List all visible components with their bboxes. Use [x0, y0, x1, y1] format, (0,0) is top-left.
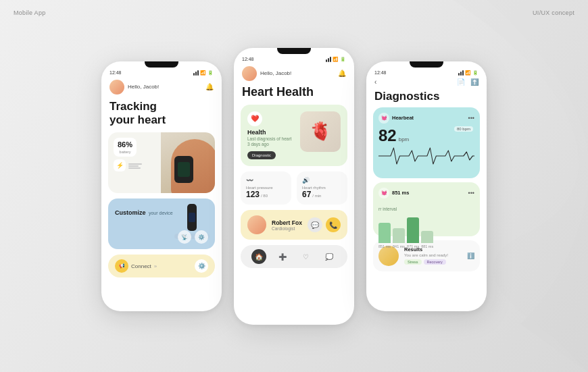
ms-menu[interactable]: •••: [468, 190, 474, 196]
results-info-icon[interactable]: ℹ️: [467, 253, 474, 259]
rhythm-value: 67: [302, 190, 311, 199]
results-sub: You are calm and ready!: [404, 253, 462, 257]
phone1-header: Hello, Jacob! 🔔: [101, 77, 222, 99]
health-card-title: Health: [247, 129, 295, 136]
heartbeat-card-header: 💓 Hearbeat •••: [378, 113, 474, 124]
phone-2: 12:48 📶 🔋 Hello, Jacob! 🔔 Heart Health: [234, 48, 354, 325]
ms-value-label: 851 ms: [392, 190, 409, 196]
phone-1: 12:48 📶 🔋 Hello, Jacob! 🔔 Tracking your …: [101, 61, 222, 311]
nav-heart[interactable]: ♡: [298, 249, 313, 264]
phone3-nav-icons: 📄 ⬆️: [457, 78, 479, 86]
phone2-nav-bar: 🏠 ➕ ♡ 💭: [241, 245, 347, 268]
ms-title-row: 💓 851 ms: [378, 188, 409, 198]
ms-sub-label: rr interval: [378, 207, 397, 211]
health-heart-icon: ❤️: [247, 111, 262, 126]
bpm-value: 82: [378, 126, 397, 145]
phone2-time: 12:48: [242, 57, 254, 61]
phone1-connect-bar[interactable]: 📢 Connect » ⚙️: [108, 255, 215, 277]
doctor-card: Robert Fox Cardiologist 💬 📞: [241, 210, 347, 240]
phone3-status-bar: 12:48 📶 🔋: [366, 68, 487, 77]
ms-bar-3: 871 ms: [407, 217, 419, 248]
doctor-actions: 💬 📞: [308, 217, 341, 232]
ms-bar-label-1: 851 ms: [378, 244, 391, 248]
ms-card-header: 💓 851 ms •••: [378, 188, 474, 198]
ms-bar-4: 881 ms: [421, 231, 433, 248]
connect-circle: 📢: [115, 259, 128, 273]
metric-card-rhythm: 🔊 Heart rhythm 67 / min: [297, 171, 347, 205]
doctor-info: Robert Fox Cardiologist: [272, 219, 302, 231]
heartbeat-icon-circle: 💓: [378, 113, 389, 124]
heartbeat-menu[interactable]: •••: [468, 115, 474, 122]
health-card-sub: Last diagnosis of heart 3 days ago: [247, 136, 295, 148]
phone1-customize-card: Customize your device 📡 ⚙️: [108, 198, 215, 249]
radio-icon[interactable]: 📡: [178, 230, 191, 244]
ms-icon-circle: 💓: [378, 188, 389, 198]
phone2-status-bar: 12:48 📶 🔋: [234, 54, 354, 63]
heartbeat-title-row: 💓 Hearbeat: [378, 113, 414, 124]
phone1-bell-icon[interactable]: 🔔: [205, 83, 214, 90]
phones-container: 12:48 📶 🔋 Hello, Jacob! 🔔 Tracking your …: [88, 34, 500, 338]
rhythm-unit: / min: [312, 194, 321, 198]
chat-button[interactable]: 💬: [308, 217, 322, 232]
doctor-name: Robert Fox: [272, 219, 302, 226]
pressure-value: 123: [246, 190, 260, 199]
settings-icon[interactable]: ⚙️: [195, 230, 208, 244]
phone1-status-bar: 12:48 📶 🔋: [101, 68, 222, 77]
stress-badge: Stress: [404, 259, 422, 265]
back-icon[interactable]: ‹: [374, 78, 376, 86]
pressure-icon: 〰️: [246, 177, 286, 184]
wristband: [174, 156, 193, 183]
nav-chat[interactable]: 💭: [322, 249, 337, 264]
phone2-avatar: [242, 66, 257, 81]
metrics-row: 〰️ Heart pressure 123 / 80 🔊 Heart rhyth…: [241, 171, 347, 205]
phone1-title: Tracking your heart: [101, 99, 222, 133]
call-button[interactable]: 📞: [326, 217, 341, 232]
pressure-unit: / 80: [261, 194, 268, 198]
phone3-status-icons: 📶 🔋: [458, 70, 479, 76]
hand-shape: [171, 139, 215, 193]
phone1-avatar: [109, 80, 124, 95]
phone2-status-icons: 📶 🔋: [326, 57, 346, 62]
gear-icon: ⚙️: [198, 263, 205, 269]
diagnostic-button[interactable]: Diagnostic: [247, 151, 276, 159]
phone1-card-image: [161, 132, 215, 193]
ms-card: 💓 851 ms ••• rr interval 851 ms 841 ms 8…: [373, 182, 480, 236]
ms-bar-label-3: 871 ms: [407, 244, 419, 248]
ecg-svg: [378, 145, 474, 167]
health-card: ❤️ Health Last diagnosis of heart 3 days…: [241, 105, 347, 167]
top-left-label: Mobile App: [14, 9, 46, 16]
nav-add[interactable]: ➕: [275, 249, 290, 264]
share-icon[interactable]: ⬆️: [470, 78, 479, 86]
ms-chart: 851 ms 841 ms 871 ms 881 ms: [378, 217, 474, 248]
battery-badge: 86% battery: [114, 138, 137, 157]
wifi-icon: 📶: [200, 70, 206, 76]
phone1-status-icons: 📶 🔋: [193, 70, 214, 76]
connect-label: Connect: [131, 263, 151, 269]
phone1-notch: [145, 61, 178, 68]
metric-card-pressure: 〰️ Heart pressure 123 / 80: [241, 171, 291, 205]
speaker-icon: 📢: [119, 263, 125, 269]
file-icon[interactable]: 📄: [457, 78, 465, 86]
nav-home[interactable]: 🏠: [251, 249, 266, 264]
phone1-tracking-card: 86% battery ⚡: [108, 132, 215, 193]
phone1-greeting: Hello, Jacob!: [128, 84, 159, 90]
ms-bar-label-2: 841 ms: [393, 244, 405, 248]
phone2-bell-icon[interactable]: 🔔: [338, 70, 346, 77]
phone1-time: 12:48: [109, 70, 122, 75]
doctor-avatar: [247, 215, 266, 234]
phone2-greeting: Hello, Jacob!: [260, 70, 291, 76]
phone-3: 12:48 📶 🔋 ‹ 📄 ⬆️ Diagnostics: [366, 61, 487, 311]
wristband-screen: [178, 162, 190, 177]
connect-arrows: »: [154, 263, 157, 269]
health-card-left: ❤️ Health Last diagnosis of heart 3 days…: [247, 111, 295, 160]
heartbeat-title: Hearbeat: [392, 115, 414, 121]
phone3-wifi: 📶: [465, 70, 471, 76]
doctor-role: Cardiologist: [272, 226, 302, 231]
phone2-notch: [277, 48, 311, 54]
battery-icon: 🔋: [207, 70, 214, 76]
ecg-display: [378, 145, 474, 167]
phone1-settings-circle[interactable]: ⚙️: [195, 259, 208, 273]
phone2-battery: 🔋: [340, 57, 346, 62]
top-right-label: UI/UX concept: [533, 9, 574, 16]
phone3-top-nav: ‹ 📄 ⬆️: [366, 77, 487, 88]
